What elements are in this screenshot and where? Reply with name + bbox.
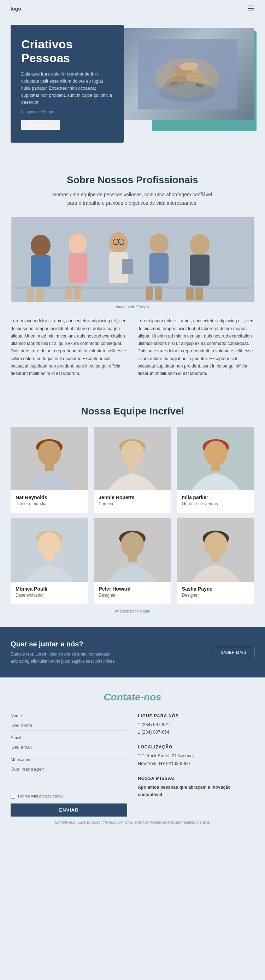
about-subtitle: Somos uma equipe de pessoas valiosas, co… [48,191,217,208]
team-member-name: mila parker [182,495,249,500]
freepik-link-2[interactable]: Freepik [136,305,150,309]
message-input[interactable] [11,764,127,789]
svg-rect-16 [37,288,44,302]
team-member-role: Designer [99,593,166,598]
logo: logo [11,6,21,12]
hands-image [138,39,237,110]
freepik-link[interactable]: Freepik [42,110,55,114]
svg-point-17 [69,234,87,253]
freepik-link-3[interactable]: Freepik [137,609,150,613]
cta-button[interactable]: SABER MAIS [213,647,254,658]
name-input[interactable] [11,721,127,730]
svg-point-13 [31,235,51,256]
email-input[interactable] [11,742,127,752]
cta-title: Quer se juntar a nós? [11,640,131,648]
svg-rect-14 [31,255,51,287]
address: 121 Rock Street, 21 Avenue,New York, NY … [138,752,254,767]
team-member-role: Desenvolvedor [16,593,83,598]
message-label: Mensagem [11,757,127,762]
team-member-photo [11,427,88,490]
team-member-name: Jennie Roberts [99,495,166,500]
team-card: Sasha Payne Designer [177,518,254,604]
privacy-checkbox[interactable] [11,794,15,799]
hero-cta-button[interactable]: SABER MAIS [21,120,60,130]
team-member-role: Gerente de vendas [182,501,249,506]
svg-point-58 [204,532,227,557]
contact-grid: Nome Email Mensagem I agree with privacy… [11,713,254,816]
about-col1: Lorem ipsum dolor sit amet, consectetur … [11,317,128,377]
svg-rect-34 [195,287,203,301]
svg-rect-18 [69,253,87,283]
team-member-name: Nat Reynolds [16,495,83,500]
svg-point-38 [38,441,61,466]
mission-text: Apoiamos pessoas que abraçam a inovação … [138,784,254,799]
hero-section: Criativos Pessoas Duis aute irure dolor … [0,18,265,157]
team-photo-image [12,217,253,302]
phone2: 1 (234) 987-654 [138,729,254,736]
cta-text-block: Quer se juntar a nós? Sample text. Lorem… [11,640,131,664]
phone1: 1 (234) 567-891 [138,721,254,729]
hero-description: Duis aute irure dolor in reprehenderit i… [21,71,113,106]
svg-rect-33 [186,287,194,301]
team-card: mila parker Gerente de vendas [177,427,254,512]
team-card: Nat Reynolds Parceiro mundial [11,427,88,512]
contact-info-block: LIGUE PARA NÓS 1 (234) 567-891 1 (234) 9… [138,713,254,816]
email-group: Email [11,735,127,752]
team-grid: Nat Reynolds Parceiro mundial Jennie Rob… [11,427,254,604]
team-member-name: Peter Howard [99,586,166,592]
about-text-columns: Lorem ipsum dolor sit amet, consectetur … [11,317,254,377]
about-team-photo [11,217,254,302]
about-title: Sobre Nossos Profissionais [11,174,254,186]
svg-rect-43 [128,464,137,471]
navbar: logo ☰ [0,0,265,18]
submit-button[interactable]: ENVIAR [11,803,127,816]
team-member-role: Parceiro mundial [16,501,83,506]
mission-block: NOSSA MISSÃO Apoiamos pessoas que abraça… [138,776,254,799]
svg-point-46 [204,441,227,466]
team-member-photo [11,518,88,582]
privacy-checkbox-row: I agree with privacy policy [11,794,127,799]
phone-block: LIGUE PARA NÓS 1 (234) 567-891 1 (234) 9… [138,713,254,737]
email-label: Email [11,735,127,740]
svg-rect-23 [122,259,133,274]
team-member-role: Designer [182,593,249,598]
team-title: Nossa Equipe Incrível [11,406,254,417]
hero-card: Criativos Pessoas Duis aute irure dolor … [11,25,124,143]
svg-rect-32 [190,255,209,286]
contact-form: Nome Email Mensagem I agree with privacy… [11,713,127,816]
team-member-name: Sasha Payne [182,586,249,592]
name-group: Nome [11,713,127,730]
team-member-photo [94,518,171,582]
phone-title: LIGUE PARA NÓS [138,713,254,718]
mission-title: NOSSA MISSÃO [138,776,254,781]
svg-point-50 [38,532,61,557]
svg-rect-39 [45,464,54,471]
team-caption: Imagem por Freepik [11,609,254,613]
menu-icon[interactable]: ☰ [247,4,254,13]
svg-rect-51 [45,556,54,563]
privacy-label: I agree with privacy policy [18,794,62,798]
hero-photo [120,28,254,120]
team-member-photo [177,427,254,490]
message-group: Mensagem [11,757,127,789]
svg-rect-15 [27,288,34,302]
svg-point-42 [121,441,144,466]
team-card: Jennie Roberts Parceiro [94,427,171,512]
hero-image-wrapper [120,25,254,143]
about-col2: Lorem ipsum dolor sit amet, consectetur … [137,317,254,377]
about-photo-caption: Imagem de Freepik [11,305,254,309]
svg-rect-47 [211,464,220,471]
team-member-photo [94,427,171,490]
name-label: Nome [11,713,127,718]
hero-title: Criativos Pessoas [21,37,113,65]
contact-section: Contate-nos Nome Email Mensagem I agree … [0,678,265,842]
about-section: Sobre Nossos Profissionais Somos uma equ… [0,157,265,392]
svg-rect-55 [128,556,137,563]
team-member-photo [177,518,254,582]
team-member-role: Parceiro [99,501,166,506]
team-card: Mônica Poulli Desenvolvedor [11,518,88,604]
svg-point-31 [190,234,209,255]
cta-section: Quer se juntar a nós? Sample text. Lorem… [0,627,265,677]
svg-point-11 [159,81,216,102]
team-card: Peter Howard Designer [94,518,171,604]
